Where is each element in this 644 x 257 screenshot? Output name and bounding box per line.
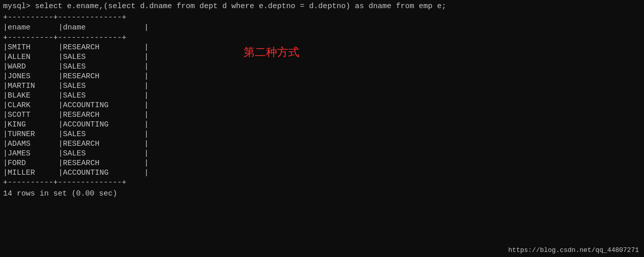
bottom-divider: +----------+--------------+	[3, 178, 644, 187]
cell-ename: BLAKE	[8, 91, 58, 100]
cell-dname: SALES	[63, 130, 144, 139]
table-row: | MARTIN| SALES|	[3, 81, 644, 91]
cell-ename: MILLER	[8, 169, 58, 177]
table-row: | SCOTT| RESEARCH|	[3, 110, 644, 120]
cell-ename: JAMES	[8, 149, 58, 158]
terminal-window: mysql> select e.ename,(select d.dname fr…	[0, 0, 644, 257]
cell-dname: RESEARCH	[63, 43, 144, 52]
footer: 14 rows in set (0.00 sec)	[0, 187, 644, 200]
cell-dname: SALES	[63, 53, 144, 61]
table-row: | FORD| RESEARCH|	[3, 158, 644, 168]
table-header: | ename | dname |	[3, 22, 644, 33]
cell-ename: ALLEN	[8, 53, 58, 61]
cell-ename: WARD	[8, 62, 58, 71]
annotation-text: 第二种方式	[244, 45, 299, 60]
header-divider: +----------+--------------+	[3, 33, 644, 43]
table-row: | CLARK| ACCOUNTING|	[3, 101, 644, 110]
result-table: +----------+--------------+ | ename | dn…	[0, 13, 644, 187]
cell-ename: TURNER	[8, 130, 58, 139]
table-row: | SMITH| RESEARCH|	[3, 43, 644, 52]
mysql-prompt: mysql>	[3, 2, 30, 11]
table-row: | ALLEN| SALES|	[3, 52, 644, 62]
table-row: | MILLER| ACCOUNTING|	[3, 168, 644, 178]
cell-dname: RESEARCH	[63, 111, 144, 119]
cell-dname: RESEARCH	[63, 159, 144, 168]
table-row: | JAMES| SALES|	[3, 149, 644, 158]
table-row: | TURNER| SALES|	[3, 130, 644, 139]
watermark: https://blog.csdn.net/qq_44807271	[509, 246, 639, 254]
col-header-ename: ename	[8, 23, 58, 32]
cell-ename: FORD	[8, 159, 58, 168]
cell-dname: RESEARCH	[63, 140, 144, 148]
cell-dname: SALES	[63, 62, 144, 71]
cell-ename: ADAMS	[8, 140, 58, 148]
cell-dname: SALES	[63, 149, 144, 158]
cell-ename: SMITH	[8, 43, 58, 52]
sql-query: select e.ename,(select d.dname from dept…	[30, 2, 446, 11]
cell-dname: RESEARCH	[63, 72, 144, 81]
col-header-dname: dname	[63, 23, 144, 32]
cell-dname: ACCOUNTING	[63, 101, 144, 110]
table-row: | JONES| RESEARCH|	[3, 72, 644, 81]
table-body: | SMITH| RESEARCH|| ALLEN| SALES|| WARD|…	[3, 43, 644, 178]
cell-ename: KING	[8, 120, 58, 129]
cell-ename: CLARK	[8, 101, 58, 110]
top-divider: +----------+--------------+	[3, 13, 644, 22]
cell-dname: SALES	[63, 82, 144, 90]
cell-dname: SALES	[63, 91, 144, 100]
table-row: | WARD| SALES|	[3, 62, 644, 72]
table-row: | ADAMS| RESEARCH|	[3, 139, 644, 149]
cell-ename: JONES	[8, 72, 58, 81]
cell-dname: ACCOUNTING	[63, 120, 144, 129]
cell-ename: MARTIN	[8, 82, 58, 90]
cell-dname: ACCOUNTING	[63, 169, 144, 177]
table-row: | KING| ACCOUNTING|	[3, 120, 644, 130]
table-row: | BLAKE| SALES|	[3, 91, 644, 101]
query-line: mysql> select e.ename,(select d.dname fr…	[0, 0, 644, 13]
cell-ename: SCOTT	[8, 111, 58, 119]
